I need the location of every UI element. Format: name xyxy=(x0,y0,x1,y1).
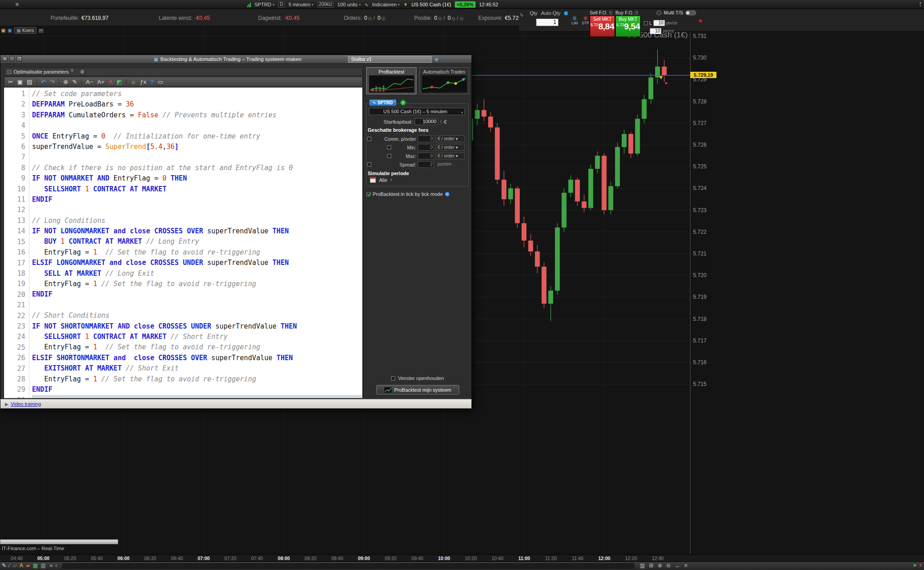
fee-value-input[interactable]: 2 xyxy=(418,161,434,168)
code-line[interactable]: IF NOT LONGONMARKET and close CROSSES OV… xyxy=(32,226,362,236)
code-line[interactable] xyxy=(32,152,362,162)
fee-unit-select[interactable]: € / order ▾ xyxy=(436,135,465,142)
fee-unit-select[interactable]: € / order ▾ xyxy=(436,153,465,159)
window-titlebar[interactable]: ✕ − ❐ ▦ Backtesting & Automatisch Tradin… xyxy=(0,55,471,64)
code-line[interactable]: superTrendValue = SuperTrend[5.4,36] xyxy=(32,142,362,152)
tab-automatisch-traden[interactable]: Automatisch Traden xyxy=(419,67,469,94)
order-ring-icon[interactable]: ◎ xyxy=(368,16,372,21)
collapse-icon[interactable]: − xyxy=(7,70,11,74)
fee-value-input[interactable]: 0 xyxy=(418,153,434,159)
stp-order-button[interactable]: ≣ STP xyxy=(580,16,591,25)
chart-style-icon[interactable]: ▥ xyxy=(640,562,645,569)
close-icon[interactable]: ✕ xyxy=(2,56,8,62)
code-line[interactable]: // Set code parameters xyxy=(32,89,362,99)
font-larger-icon[interactable]: A+ xyxy=(97,79,104,85)
panel-icon-2[interactable]: ▣ xyxy=(7,28,12,33)
l-checkbox[interactable] xyxy=(644,21,648,25)
redo-icon[interactable]: ↷ xyxy=(50,79,55,85)
cut-icon[interactable]: ✂ xyxy=(8,79,13,85)
add-system-button[interactable]: + xyxy=(400,100,406,106)
fee-checkbox[interactable] xyxy=(367,162,371,167)
alert-icon[interactable]: ▾ xyxy=(919,562,922,568)
menu-icon[interactable]: ≡ xyxy=(15,1,19,8)
code-line[interactable]: EntryFlag = 1 // Set the flag to avoid r… xyxy=(32,279,362,289)
position-ring-icon[interactable]: ◎ xyxy=(438,16,442,21)
stop-value-input-1[interactable]: 10 xyxy=(653,20,665,26)
copy-icon[interactable]: ▣ xyxy=(17,79,23,85)
code-line[interactable]: // Short Conditions xyxy=(32,310,362,321)
calendar-icon[interactable] xyxy=(370,177,376,183)
multi-ts-icon[interactable] xyxy=(656,10,661,15)
code-line[interactable]: ELSIF SHORTONMARKET and close CROSSES OV… xyxy=(32,353,362,363)
code-line[interactable]: EntryFlag = 1 // Set the flag to avoid r… xyxy=(32,342,362,352)
code-lines[interactable]: // Set code parametersDEFPARAM PreLoadBa… xyxy=(29,88,362,398)
shapes-icon[interactable]: ▱ xyxy=(13,562,17,569)
code-line[interactable]: DEFPARAM CumulateOrders = False // Preve… xyxy=(32,110,362,120)
stop-value-input-2[interactable]: 10 xyxy=(650,28,661,34)
fee-unit-select[interactable]: € / order ▾ xyxy=(436,144,465,151)
optimization-params-bar[interactable]: − Optimalisatie parameters 0 ⚙ xyxy=(4,68,362,76)
code-line[interactable]: ENDIF xyxy=(32,289,362,300)
position-ring-icon[interactable]: ◎ xyxy=(452,16,456,21)
eraser-icon[interactable]: ▰ xyxy=(26,562,30,569)
code-line[interactable]: ENDIF xyxy=(32,195,362,205)
lightbulb-icon[interactable]: ☼ xyxy=(131,79,136,85)
paste-icon[interactable]: ▤ xyxy=(27,79,32,85)
units-select[interactable]: 100 units ▾ xyxy=(337,2,361,7)
indicator-icon[interactable]: ▦ xyxy=(33,562,38,569)
multi-ts-toggle[interactable] xyxy=(685,10,696,15)
compare-icon[interactable]: ⊞ xyxy=(649,562,653,569)
code-line[interactable] xyxy=(32,300,362,310)
taskbar-scroll-track[interactable] xyxy=(62,563,634,569)
run-backtest-button[interactable]: ProBacktest mijn systeem xyxy=(376,385,459,394)
video-training-link[interactable]: Video training xyxy=(11,401,41,407)
system-name-tab[interactable]: Stalba v1 xyxy=(348,56,432,63)
tick-mode-checkbox[interactable] xyxy=(366,192,370,196)
scroll-fast-left-icon[interactable]: « xyxy=(50,562,53,569)
time-axis[interactable]: 04:4005:0005:2005:4006:0006:2006:4007:00… xyxy=(0,554,924,561)
restore-icon[interactable]: ❐ xyxy=(16,56,22,62)
function-icon[interactable]: ƒx xyxy=(140,79,147,85)
quotes-button[interactable]: ▦ Koers xyxy=(14,27,37,34)
font-smaller-icon[interactable]: A− xyxy=(86,79,93,85)
font-color-icon[interactable]: A xyxy=(109,79,113,85)
order-ring-icon[interactable]: ◎ xyxy=(381,16,385,21)
fee-checkbox[interactable] xyxy=(387,145,391,149)
pointer-icon[interactable]: ✎ xyxy=(2,562,6,569)
minimize-icon[interactable]: − xyxy=(9,56,15,62)
wrench-icon[interactable]: ⚙ xyxy=(80,69,84,75)
forward-icon[interactable]: ➤ xyxy=(913,562,917,568)
text-tool-icon[interactable]: A xyxy=(19,562,23,569)
auto-qty-toggle[interactable] xyxy=(564,11,568,15)
keep-window-checkbox[interactable] xyxy=(391,376,395,380)
comment-icon[interactable]: ✎ xyxy=(72,79,77,85)
scroll-left-icon[interactable]: ‹ xyxy=(55,562,57,569)
period-toggle[interactable]: D xyxy=(278,1,285,8)
period-value[interactable]: Alle xyxy=(379,177,387,183)
code-line[interactable]: ONCE EntryFlag = 0 // Initialization for… xyxy=(32,131,362,142)
list-icon[interactable]: ▤ xyxy=(38,28,43,33)
code-line[interactable]: EXITSHORT AT MARKET // Short Exit xyxy=(32,363,362,374)
code-line[interactable]: EntryFlag = 1 // Set the flag to avoid r… xyxy=(32,247,362,258)
buy-fo-header[interactable]: Buy F.O. ▾ xyxy=(615,10,638,15)
print-icon[interactable]: ▭ xyxy=(158,79,163,85)
alert-diamond-icon[interactable]: ◆ xyxy=(698,18,702,23)
instrument-select[interactable]: ▾ US 500 Cash (1€) – 5 minuten xyxy=(369,108,465,115)
trendline-icon[interactable]: ∕ xyxy=(9,562,10,569)
code-line[interactable] xyxy=(32,120,362,131)
window-tool-icon[interactable]: ◈ xyxy=(434,56,439,62)
code-line[interactable]: // Check if there is no position at the … xyxy=(32,163,362,173)
indicators-select[interactable]: Indicatoren ▾ xyxy=(372,2,400,7)
buy-mkt-button[interactable]: Buy MKT 5.729,54 xyxy=(615,15,641,37)
settings-icon[interactable]: ≡ xyxy=(684,562,688,569)
grid-icon[interactable]: ▥ xyxy=(41,562,46,569)
position-ring-icon[interactable]: ◎ xyxy=(460,16,464,21)
minimized-panel-bar[interactable] xyxy=(0,539,118,544)
help-icon[interactable]: ? xyxy=(150,79,153,85)
code-line[interactable]: IF NOT SHORTONMARKET AND close CROSSES U… xyxy=(32,321,362,332)
code-line[interactable]: SELLSHORT 1 CONTRACT AT MARKET xyxy=(32,184,362,195)
volume-box[interactable]: 200kU xyxy=(317,1,334,8)
code-line[interactable]: BUY 1 CONTRACT AT MARKET // Long Entry xyxy=(32,236,362,247)
code-line[interactable]: IF NOT ONMARKET AND EntryFlag = 0 THEN xyxy=(32,173,362,184)
code-line[interactable]: EntryFlag = 1 // Set the flag to avoid r… xyxy=(32,374,362,385)
